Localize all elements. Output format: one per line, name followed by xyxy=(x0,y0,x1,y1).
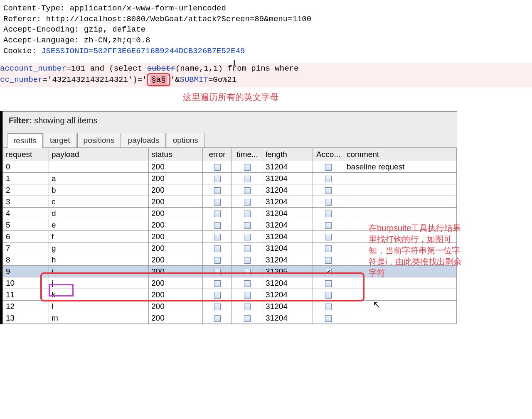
http-headers: Content-Type: application/x-www-form-url… xyxy=(0,0,532,60)
cell-timeout xyxy=(232,173,263,184)
col-header-time[interactable]: time... xyxy=(232,148,263,161)
tab-results[interactable]: results xyxy=(7,133,43,148)
checkbox-icon xyxy=(325,222,332,229)
cell-payload: f xyxy=(49,231,149,243)
checkbox-checked-icon xyxy=(325,269,332,275)
cell-error xyxy=(203,219,232,231)
cell-request: 13 xyxy=(3,312,49,324)
col-header-comment[interactable]: comment xyxy=(344,148,457,161)
annotation-find-checked: 在burpsuite工具执行结果里找打钩的行，如图可知，当前字符串第一位字符是i… xyxy=(369,223,464,279)
cell-request: 6 xyxy=(3,231,49,243)
cell-request: 5 xyxy=(3,219,49,231)
col-header-payload[interactable]: payload xyxy=(49,148,149,161)
col-header-request[interactable]: request xyxy=(3,148,49,161)
cell-request: 9 xyxy=(3,266,49,277)
table-row[interactable]: 4d20031204 xyxy=(3,208,457,219)
cell-comment xyxy=(344,312,457,324)
tab-strip: results target positions payloads option… xyxy=(3,133,457,148)
cell-acco xyxy=(313,173,344,184)
col-header-length[interactable]: length xyxy=(263,148,313,161)
checkbox-icon xyxy=(214,187,221,194)
cell-length: 31204 xyxy=(263,219,313,231)
cell-status: 200 xyxy=(149,301,203,312)
tab-target[interactable]: target xyxy=(44,133,76,147)
cell-acco xyxy=(313,254,344,266)
tab-options[interactable]: options xyxy=(167,133,204,147)
http-body[interactable]: account_number=101 and (select substr(na… xyxy=(0,63,532,87)
cell-payload: h xyxy=(49,254,149,266)
cell-error xyxy=(203,173,232,184)
table-row[interactable]: 1a20031204 xyxy=(3,173,457,184)
checkbox-icon xyxy=(244,280,251,287)
filter-bar[interactable]: Filter: showing all items xyxy=(3,112,457,130)
cell-payload: k xyxy=(49,289,149,301)
cell-length: 31204 xyxy=(263,277,313,289)
table-row[interactable]: 10j20031204 xyxy=(3,277,457,289)
table-row[interactable]: 2b20031204 xyxy=(3,184,457,196)
checkbox-icon xyxy=(214,222,221,229)
checkbox-icon xyxy=(214,257,221,264)
cell-payload xyxy=(49,161,149,173)
col-header-status[interactable]: status xyxy=(149,148,203,161)
checkbox-icon xyxy=(325,280,332,287)
cell-request: 3 xyxy=(3,196,49,208)
cell-comment xyxy=(344,196,457,208)
cell-timeout xyxy=(232,208,263,219)
col-header-acco[interactable]: Acco... xyxy=(313,148,344,161)
cell-acco xyxy=(313,301,344,312)
checkbox-icon xyxy=(325,199,332,206)
cell-length: 31204 xyxy=(263,301,313,312)
cell-error xyxy=(203,208,232,219)
cell-status: 200 xyxy=(149,312,203,324)
cell-acco xyxy=(313,289,344,301)
table-row[interactable]: 020031204baseline request xyxy=(3,161,457,173)
tab-positions[interactable]: positions xyxy=(77,133,121,147)
cell-length: 31204 xyxy=(263,289,313,301)
cell-timeout xyxy=(232,196,263,208)
checkbox-icon xyxy=(325,257,332,264)
checkbox-icon xyxy=(244,199,251,206)
checkbox-icon xyxy=(325,211,332,217)
cell-status: 200 xyxy=(149,243,203,254)
cell-timeout xyxy=(232,312,263,324)
cell-payload: c xyxy=(49,196,149,208)
table-row[interactable]: 12l20031204 xyxy=(3,301,457,312)
intruder-panel: Filter: showing all items results target… xyxy=(2,111,457,324)
checkbox-icon xyxy=(214,234,221,240)
cell-timeout xyxy=(232,301,263,312)
checkbox-icon xyxy=(244,222,251,229)
table-row[interactable]: 13m20031204 xyxy=(3,312,457,324)
tab-payloads[interactable]: payloads xyxy=(122,133,166,147)
checkbox-icon xyxy=(244,304,251,310)
checkbox-icon xyxy=(325,234,332,240)
cell-status: 200 xyxy=(149,219,203,231)
cell-length: 31204 xyxy=(263,243,313,254)
cell-error xyxy=(203,254,232,266)
cell-status: 200 xyxy=(149,231,203,243)
table-row[interactable]: 3c20031204 xyxy=(3,196,457,208)
cell-length: 31204 xyxy=(263,254,313,266)
cell-acco xyxy=(313,196,344,208)
cell-length: 31205 xyxy=(263,266,313,277)
cell-error xyxy=(203,266,232,277)
cell-status: 200 xyxy=(149,208,203,219)
cell-error xyxy=(203,289,232,301)
checkbox-icon xyxy=(325,164,332,171)
cell-payload: m xyxy=(49,312,149,324)
cell-payload: d xyxy=(49,208,149,219)
checkbox-icon xyxy=(325,304,332,310)
cell-request: 8 xyxy=(3,254,49,266)
cell-acco xyxy=(313,208,344,219)
checkbox-icon xyxy=(214,245,221,252)
cell-timeout xyxy=(232,277,263,289)
cell-acco xyxy=(313,312,344,324)
table-row[interactable]: 11k20031204 xyxy=(3,289,457,301)
checkbox-icon xyxy=(214,280,221,287)
cell-error xyxy=(203,161,232,173)
checkbox-icon xyxy=(244,269,251,275)
checkbox-icon xyxy=(214,176,221,182)
filter-label: Filter: xyxy=(9,116,32,125)
col-header-error[interactable]: error xyxy=(203,148,232,161)
cell-acco xyxy=(313,243,344,254)
cell-payload: a xyxy=(49,173,149,184)
